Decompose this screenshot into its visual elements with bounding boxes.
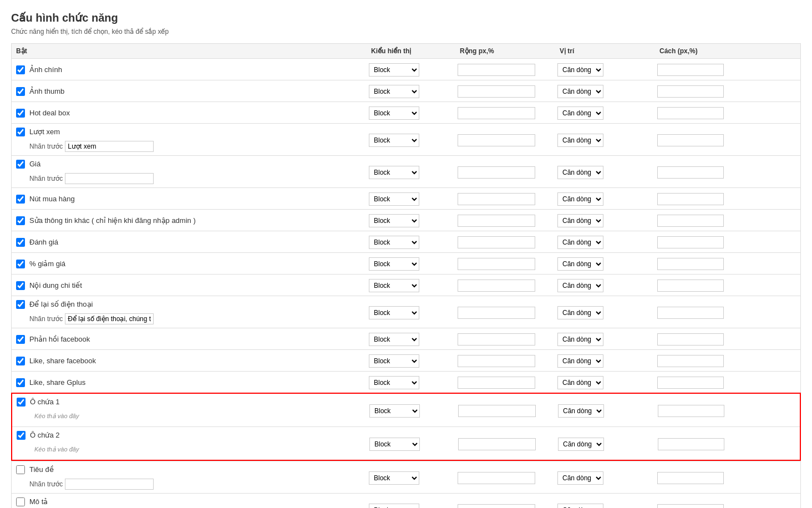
cach-input-gia[interactable] <box>657 166 724 179</box>
rong-input-anh-thumb[interactable] <box>458 85 535 98</box>
vitri-select-luot-xem[interactable]: Căn dòngCăn tráiCăn phảiCăn giữa <box>557 134 603 147</box>
sublabel-input-tieu-de[interactable] <box>65 479 154 490</box>
col-vitri-noi-dung-chi-tiet: Căn dòngCăn tráiCăn phảiCăn giữa <box>555 275 655 296</box>
kieu-select-danh-gia[interactable]: BlockInlineInline-block <box>369 236 419 249</box>
sublabel-input-gia[interactable] <box>65 173 154 184</box>
cach-input-phan-hoi-facebook[interactable] <box>657 333 724 346</box>
rong-input-gia[interactable] <box>458 166 535 179</box>
kieu-select-like-share-gplus[interactable]: BlockInlineInline-block <box>369 376 419 389</box>
kieu-select-nut-mua-hang[interactable]: BlockInlineInline-block <box>369 192 419 206</box>
rong-input-o-chua-2[interactable] <box>458 438 536 450</box>
col-cach-hot-deal-box <box>655 103 755 123</box>
vitri-select-nut-mua-hang[interactable]: Căn dòngCăn tráiCăn phảiCăn giữa <box>557 192 603 206</box>
checkbox-hot-deal-box[interactable] <box>16 109 25 118</box>
vitri-select-sua-thong-tin[interactable]: Căn dòngCăn tráiCăn phảiCăn giữa <box>557 214 603 227</box>
checkbox-anh-thumb[interactable] <box>16 87 25 96</box>
kieu-select-tieu-de[interactable]: BlockInlineInline-block <box>369 471 419 485</box>
kieu-select-o-chua-1[interactable]: BlockInlineInline-block <box>369 404 420 418</box>
rong-input-luot-xem[interactable] <box>458 134 535 146</box>
checkbox-gia[interactable] <box>16 160 25 169</box>
cach-input-nut-mua-hang[interactable] <box>657 193 724 205</box>
vitri-select-tieu-de[interactable]: Căn dòngCăn tráiCăn phảiCăn giữa <box>557 471 603 485</box>
checkbox-phan-hoi-facebook[interactable] <box>16 335 25 344</box>
rong-input-like-share-gplus[interactable] <box>458 377 535 389</box>
checkbox-sua-thong-tin[interactable] <box>16 216 25 225</box>
cach-input-tieu-de[interactable] <box>657 472 724 484</box>
vitri-select-like-share-facebook[interactable]: Căn dòngCăn tráiCăn phảiCăn giữa <box>557 354 603 368</box>
rong-input-like-share-facebook[interactable] <box>458 355 535 367</box>
cach-input-danh-gia[interactable] <box>657 236 724 248</box>
vitri-select-phan-tram-giam-gia[interactable]: Căn dòngCăn tráiCăn phảiCăn giữa <box>557 257 603 271</box>
kieu-select-o-chua-2[interactable]: BlockInlineInline-block <box>369 438 420 451</box>
vitri-select-de-lai-so-dien-thoai[interactable]: Căn dòngCăn tráiCăn phảiCăn giữa <box>557 306 603 319</box>
kieu-select-phan-tram-giam-gia[interactable]: BlockInlineInline-block <box>369 257 419 271</box>
rong-input-noi-dung-chi-tiet[interactable] <box>458 280 535 292</box>
cach-input-o-chua-2[interactable] <box>658 438 724 450</box>
vitri-select-anh-chinh[interactable]: Căn dòngCăn tráiCăn phảiCăn giữa <box>557 63 603 77</box>
cach-input-sua-thong-tin[interactable] <box>657 215 724 227</box>
rong-input-phan-hoi-facebook[interactable] <box>458 333 535 346</box>
col-kieu-like-share-gplus: BlockInlineInline-block <box>367 372 455 393</box>
checkbox-like-share-gplus[interactable] <box>16 378 25 387</box>
vitri-select-mo-ta[interactable]: Căn dòngCăn tráiCăn phảiCăn giữa <box>557 504 603 509</box>
vitri-select-like-share-gplus[interactable]: Căn dòngCăn tráiCăn phảiCăn giữa <box>557 376 603 389</box>
checkbox-noi-dung-chi-tiet[interactable] <box>16 281 25 290</box>
cach-input-anh-chinh[interactable] <box>657 64 724 76</box>
checkbox-anh-chinh[interactable] <box>16 65 25 74</box>
col-bat-nut-mua-hang: Nút mua hàng <box>12 191 367 207</box>
checkbox-luot-xem[interactable] <box>16 128 25 136</box>
kieu-select-gia[interactable]: BlockInlineInline-block <box>369 166 419 179</box>
kieu-select-like-share-facebook[interactable]: BlockInlineInline-block <box>369 354 419 368</box>
vitri-select-anh-thumb[interactable]: Căn dòngCăn tráiCăn phảiCăn giữa <box>557 85 603 98</box>
cach-input-phan-tram-giam-gia[interactable] <box>657 258 724 270</box>
rong-input-phan-tram-giam-gia[interactable] <box>458 258 535 270</box>
kieu-select-mo-ta[interactable]: BlockInlineInline-block <box>369 504 419 509</box>
vitri-select-phan-hoi-facebook[interactable]: Căn dòngCăn tráiCăn phảiCăn giữa <box>557 333 603 346</box>
cach-input-like-share-gplus[interactable] <box>657 377 724 389</box>
cach-input-mo-ta[interactable] <box>657 504 724 509</box>
checkbox-danh-gia[interactable] <box>16 238 25 247</box>
vitri-select-gia[interactable]: Căn dòngCăn tráiCăn phảiCăn giữa <box>557 166 603 179</box>
rong-input-nut-mua-hang[interactable] <box>458 193 535 205</box>
sublabel-input-de-lai-so-dien-thoai[interactable] <box>65 313 154 324</box>
rong-input-o-chua-1[interactable] <box>458 405 536 417</box>
kieu-select-noi-dung-chi-tiet[interactable]: BlockInlineInline-block <box>369 279 419 292</box>
rong-input-hot-deal-box[interactable] <box>458 107 535 119</box>
checkbox-o-chua-2[interactable] <box>17 431 26 440</box>
cach-input-o-chua-1[interactable] <box>658 405 724 417</box>
kieu-select-anh-chinh[interactable]: BlockInlineInline-block <box>369 63 419 77</box>
col-cach-like-share-facebook <box>655 350 755 370</box>
cach-input-luot-xem[interactable] <box>657 134 724 146</box>
cach-input-noi-dung-chi-tiet[interactable] <box>657 280 724 292</box>
cach-input-hot-deal-box[interactable] <box>657 107 724 119</box>
kieu-select-luot-xem[interactable]: BlockInlineInline-block <box>369 134 419 147</box>
kieu-select-de-lai-so-dien-thoai[interactable]: BlockInlineInline-block <box>369 306 419 319</box>
checkbox-mo-ta[interactable] <box>16 497 25 506</box>
checkbox-phan-tram-giam-gia[interactable] <box>16 260 25 268</box>
vitri-select-o-chua-2[interactable]: Căn dòngCăn tráiCăn phảiCăn giữa <box>558 438 604 451</box>
rong-input-sua-thong-tin[interactable] <box>458 215 535 227</box>
vitri-select-o-chua-1[interactable]: Căn dòngCăn tráiCăn phảiCăn giữa <box>558 404 604 418</box>
rong-input-anh-chinh[interactable] <box>458 64 535 76</box>
kieu-select-sua-thong-tin[interactable]: BlockInlineInline-block <box>369 214 419 227</box>
rong-input-de-lai-so-dien-thoai[interactable] <box>458 307 535 319</box>
checkbox-tieu-de[interactable] <box>16 465 25 474</box>
rong-input-danh-gia[interactable] <box>458 236 535 248</box>
checkbox-o-chua-1[interactable] <box>17 398 26 407</box>
rong-input-mo-ta[interactable] <box>458 504 535 509</box>
cach-input-anh-thumb[interactable] <box>657 85 724 98</box>
kieu-select-phan-hoi-facebook[interactable]: BlockInlineInline-block <box>369 333 419 346</box>
vitri-select-noi-dung-chi-tiet[interactable]: Căn dòngCăn tráiCăn phảiCăn giữa <box>557 279 603 292</box>
cach-input-de-lai-so-dien-thoai[interactable] <box>657 307 724 319</box>
kieu-select-anh-thumb[interactable]: BlockInlineInline-block <box>369 85 419 98</box>
checkbox-like-share-facebook[interactable] <box>16 357 25 365</box>
highlighted-section: Ô chứa 1 Kéo thả vào đây BlockInlineInli… <box>11 393 801 461</box>
checkbox-de-lai-so-dien-thoai[interactable] <box>16 300 25 309</box>
rong-input-tieu-de[interactable] <box>458 472 535 484</box>
cach-input-like-share-facebook[interactable] <box>657 355 724 367</box>
vitri-select-danh-gia[interactable]: Căn dòngCăn tráiCăn phảiCăn giữa <box>557 236 603 249</box>
sublabel-input-luot-xem[interactable] <box>65 141 154 152</box>
kieu-select-hot-deal-box[interactable]: BlockInlineInline-block <box>369 106 419 120</box>
vitri-select-hot-deal-box[interactable]: Căn dòngCăn tráiCăn phảiCăn giữa <box>557 106 603 120</box>
checkbox-nut-mua-hang[interactable] <box>16 195 25 204</box>
